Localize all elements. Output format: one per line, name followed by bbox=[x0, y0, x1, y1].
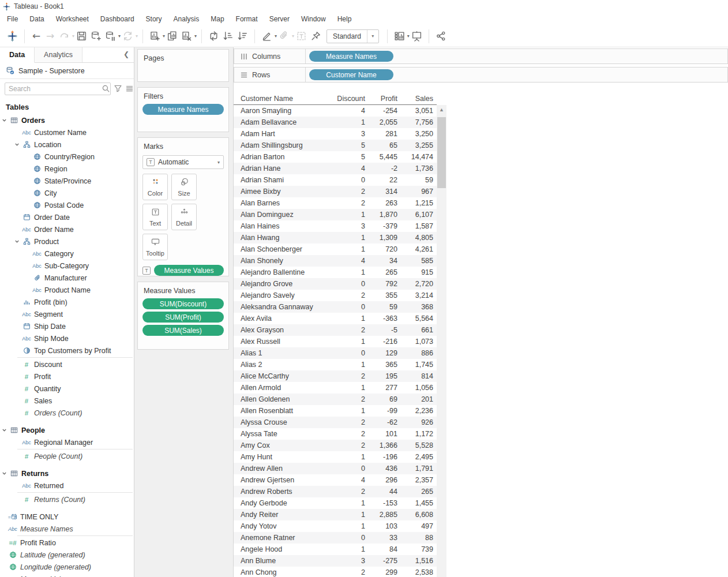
menu-help[interactable]: Help bbox=[332, 13, 358, 25]
fix-axes-icon[interactable] bbox=[309, 28, 323, 44]
field-customer-name[interactable]: AbcCustomer Name bbox=[0, 126, 134, 138]
field-top-customers-by-profit[interactable]: Top Customers by Profit bbox=[0, 344, 134, 357]
table-row[interactable]: Andrew Gjertsen42962,357 bbox=[234, 474, 437, 486]
menu-worksheet[interactable]: Worksheet bbox=[50, 13, 95, 25]
table-row[interactable]: Allen Goldenen269201 bbox=[234, 394, 437, 405]
table-row[interactable]: Aleksandra Gannaway059368 bbox=[234, 301, 437, 313]
field-returns[interactable]: Returns bbox=[0, 467, 134, 479]
field-regional-manager[interactable]: AbcRegional Manager bbox=[0, 436, 134, 448]
table-row[interactable]: Anemone Ratner03388 bbox=[234, 532, 437, 544]
table-row[interactable]: Alex Grayson2-5661 bbox=[234, 324, 437, 336]
table-row[interactable]: Andy Gerbode1-1531,455 bbox=[234, 497, 437, 509]
table-row[interactable]: Alex Russell1-2161,073 bbox=[234, 336, 437, 347]
table-row[interactable]: Alex Avila1-3635,564 bbox=[234, 313, 437, 324]
table-row[interactable]: Aaron Smayling4-2543,051 bbox=[234, 105, 437, 117]
table-row[interactable]: Alejandro Ballentine1265915 bbox=[234, 267, 437, 278]
menu-analysis[interactable]: Analysis bbox=[168, 13, 205, 25]
field-postal-code[interactable]: Postal Code bbox=[0, 199, 134, 211]
new-data-source-icon[interactable] bbox=[89, 28, 103, 44]
menu-data[interactable]: Data bbox=[24, 13, 50, 25]
field-state-province[interactable]: State/Province bbox=[0, 175, 134, 187]
field-time-only[interactable]: =TIME ONLY bbox=[0, 511, 134, 523]
table-row[interactable]: Alyssa Crouse2-62926 bbox=[234, 417, 437, 428]
table-row[interactable]: Andy Reiter12,8856,608 bbox=[234, 509, 437, 520]
table-row[interactable]: Alan Hwang11,3094,805 bbox=[234, 232, 437, 243]
view-mode-select[interactable]: Standard▾ bbox=[327, 29, 379, 43]
sum-sales--pill[interactable]: SUM(Sales) bbox=[142, 325, 224, 336]
menu-window[interactable]: Window bbox=[295, 13, 332, 25]
tab-data[interactable]: Data bbox=[0, 47, 35, 63]
field-discount[interactable]: #Discount bbox=[0, 358, 134, 370]
field-sub-category[interactable]: AbcSub-Category bbox=[0, 260, 134, 272]
column-header-customer-name[interactable]: Customer Name bbox=[241, 92, 322, 105]
table-row[interactable]: Adam Bellavance12,0557,756 bbox=[234, 117, 437, 128]
field-region[interactable]: Region bbox=[0, 163, 134, 175]
field-returned[interactable]: AbcReturned bbox=[0, 479, 134, 492]
field-order-date[interactable]: Order Date bbox=[0, 211, 134, 223]
field-people-count-[interactable]: #People (Count) bbox=[0, 450, 134, 462]
save-icon[interactable] bbox=[74, 28, 89, 44]
table-row[interactable]: Andrew Roberts244265 bbox=[234, 486, 437, 497]
menu-file[interactable]: File bbox=[1, 13, 24, 25]
field-orders[interactable]: Orders bbox=[0, 114, 134, 126]
pause-auto-updates-icon[interactable] bbox=[103, 28, 118, 44]
table-row[interactable]: Andrew Allen04361,791 bbox=[234, 463, 437, 474]
field-ship-mode[interactable]: AbcShip Mode bbox=[0, 332, 134, 344]
table-row[interactable]: Alice McCarthy2195814 bbox=[234, 370, 437, 382]
table-row[interactable]: Alan Schoenberger17204,261 bbox=[234, 243, 437, 255]
chevron-down-icon[interactable] bbox=[0, 428, 8, 433]
text-mark-button[interactable]: Text bbox=[142, 204, 168, 230]
mark-type-dropdown[interactable]: T Automatic ▾ bbox=[142, 155, 224, 169]
field-sales[interactable]: #Sales bbox=[0, 395, 134, 407]
share-workbook-icon[interactable] bbox=[434, 28, 448, 44]
table-row[interactable]: Allen Armold12771,056 bbox=[234, 382, 437, 394]
table-row[interactable]: Alyssa Tate21011,172 bbox=[234, 428, 437, 440]
swap-rows-columns-icon[interactable] bbox=[207, 28, 221, 44]
columns-measure-names-pill[interactable]: Measure Names bbox=[309, 51, 393, 62]
field-profit-ratio[interactable]: =#Profit Ratio bbox=[0, 537, 134, 549]
columns-shelf[interactable]: Columns Measure Names bbox=[234, 48, 728, 64]
field-longitude-generated-[interactable]: Longitude (generated) bbox=[0, 561, 134, 573]
new-worksheet-icon[interactable] bbox=[148, 28, 162, 44]
field-city[interactable]: City bbox=[0, 187, 134, 199]
marks-card[interactable]: Marks T Automatic ▾ ColorSizeTextDetailT… bbox=[137, 137, 229, 276]
search-input[interactable] bbox=[5, 84, 102, 94]
chevron-down-icon[interactable] bbox=[0, 471, 8, 476]
field-returns-count-[interactable]: #Returns (Count) bbox=[0, 493, 134, 505]
field-ship-date[interactable]: Ship Date bbox=[0, 320, 134, 332]
search-box[interactable] bbox=[5, 83, 111, 95]
color-mark-button[interactable]: Color bbox=[142, 174, 168, 200]
tab-analytics[interactable]: Analytics bbox=[35, 47, 82, 62]
detail-mark-button[interactable]: Detail bbox=[171, 204, 197, 230]
table-row[interactable]: Adrian Hane4-21,736 bbox=[234, 163, 437, 174]
table-row[interactable]: Alias 213651,745 bbox=[234, 359, 437, 370]
table-row[interactable]: Alan Dominguez11,8706,107 bbox=[234, 209, 437, 220]
pages-card[interactable]: Pages bbox=[137, 49, 229, 82]
sort-ascending-icon[interactable] bbox=[221, 28, 235, 44]
table-row[interactable]: Alan Haines3-3791,587 bbox=[234, 220, 437, 232]
table-row[interactable]: Ann Blume3-2751,516 bbox=[234, 555, 437, 567]
menu-story[interactable]: Story bbox=[140, 13, 168, 25]
tooltip-mark-button[interactable]: Tooltip bbox=[142, 234, 168, 260]
show-hide-cards-icon[interactable] bbox=[392, 28, 407, 44]
field-location[interactable]: Location bbox=[0, 138, 134, 151]
field-measure-names[interactable]: AbcMeasure Names bbox=[0, 523, 134, 535]
collapse-panel-icon[interactable]: ❮ bbox=[123, 50, 129, 58]
clear-sheet-dropdown-caret-icon[interactable]: ▾ bbox=[194, 33, 197, 39]
table-row[interactable]: Alan Shonely434585 bbox=[234, 255, 437, 267]
field-country-region[interactable]: Country/Region bbox=[0, 151, 134, 163]
table-row[interactable]: Alejandro Grove07922,720 bbox=[234, 278, 437, 290]
duplicate-sheet-icon[interactable] bbox=[165, 28, 179, 44]
field-latitude-generated-[interactable]: Latitude (generated) bbox=[0, 549, 134, 561]
field-category[interactable]: AbcCategory bbox=[0, 248, 134, 260]
table-row[interactable]: Angele Hood184739 bbox=[234, 544, 437, 555]
field-quantity[interactable]: #Quantity bbox=[0, 383, 134, 395]
filters-card[interactable]: Filters Measure Names bbox=[137, 87, 229, 132]
menu-server[interactable]: Server bbox=[264, 13, 295, 25]
field-profit-bin-[interactable]: Profit (bin) bbox=[0, 296, 134, 308]
table-row[interactable]: Amy Cox21,3665,528 bbox=[234, 440, 437, 451]
table-row[interactable]: Adrian Barton55,44514,474 bbox=[234, 151, 437, 163]
vertical-scrollbar[interactable]: ▲ bbox=[437, 105, 446, 577]
measure-values-card[interactable]: Measure Values SUM(Discount)SUM(Profit)S… bbox=[137, 282, 229, 350]
field-segment[interactable]: AbcSegment bbox=[0, 308, 134, 320]
